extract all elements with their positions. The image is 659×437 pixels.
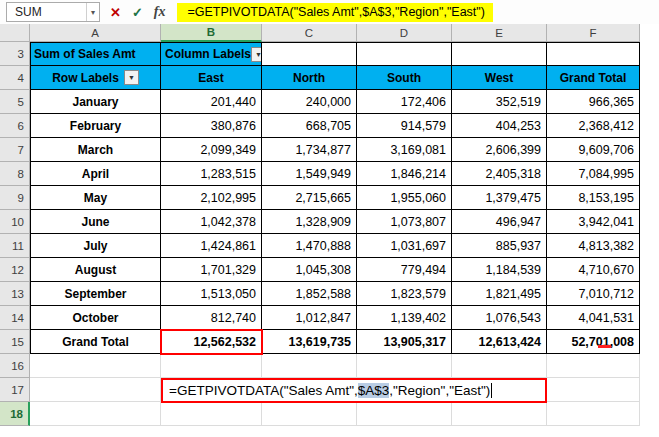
data-cell[interactable]: 1,283,515: [161, 162, 262, 186]
data-cell[interactable]: 1,424,861: [161, 234, 262, 258]
pivot-title-cell[interactable]: Sum of Sales Amt: [30, 42, 161, 66]
data-cell[interactable]: 1,852,588: [262, 282, 357, 306]
row-label-cell[interactable]: July: [30, 234, 161, 258]
data-cell[interactable]: 1,470,888: [262, 234, 357, 258]
data-cell[interactable]: 7,084,995: [547, 162, 640, 186]
data-cell[interactable]: 8,153,195: [547, 186, 640, 210]
data-cell[interactable]: 885,937: [452, 234, 547, 258]
row-label-cell[interactable]: February: [30, 114, 161, 138]
data-cell[interactable]: 1,328,909: [262, 210, 357, 234]
row-label-cell[interactable]: May: [30, 186, 161, 210]
grand-total-cell[interactable]: 52,701,008: [547, 330, 640, 354]
row-labels-filter-icon[interactable]: ▼: [124, 70, 139, 85]
data-cell[interactable]: 380,876: [161, 114, 262, 138]
data-cell[interactable]: 1,846,214: [357, 162, 452, 186]
pivot-column-header-cell[interactable]: West: [452, 66, 547, 90]
empty-cell[interactable]: [547, 354, 640, 378]
row-header-8[interactable]: 8: [0, 162, 30, 186]
row-label-cell[interactable]: June: [30, 210, 161, 234]
data-cell[interactable]: 1,955,060: [357, 186, 452, 210]
data-cell[interactable]: 812,740: [161, 306, 262, 330]
data-cell[interactable]: 1,139,402: [357, 306, 452, 330]
data-cell[interactable]: 2,606,399: [452, 138, 547, 162]
data-cell[interactable]: 7,010,712: [547, 282, 640, 306]
row-header-12[interactable]: 12: [0, 258, 30, 282]
row-label-cell[interactable]: August: [30, 258, 161, 282]
empty-cell[interactable]: [452, 402, 547, 426]
active-cell-formula[interactable]: =GETPIVOTDATA("Sales Amt",$A$3,"Region",…: [161, 378, 547, 403]
data-cell[interactable]: 2,405,318: [452, 162, 547, 186]
empty-cell[interactable]: [161, 402, 262, 426]
data-cell[interactable]: 496,947: [452, 210, 547, 234]
row-header-5[interactable]: 5: [0, 90, 30, 114]
column-header-F[interactable]: F: [547, 24, 640, 42]
data-cell[interactable]: 201,440: [161, 90, 262, 114]
column-labels-filter-icon[interactable]: ▼: [251, 47, 262, 62]
row-label-cell[interactable]: September: [30, 282, 161, 306]
grand-total-cell[interactable]: 13,905,317: [357, 330, 452, 354]
row-header-6[interactable]: 6: [0, 114, 30, 138]
data-cell[interactable]: 1,184,539: [452, 258, 547, 282]
row-label-cell[interactable]: January: [30, 90, 161, 114]
empty-table-cell[interactable]: [452, 42, 547, 66]
row-header-10[interactable]: 10: [0, 210, 30, 234]
row-header-4[interactable]: 4: [0, 66, 30, 90]
empty-table-cell[interactable]: [262, 42, 357, 66]
row-header-3[interactable]: 3: [0, 42, 30, 66]
data-cell[interactable]: 1,045,308: [262, 258, 357, 282]
pivot-column-header-cell[interactable]: North: [262, 66, 357, 90]
data-cell[interactable]: 4,710,670: [547, 258, 640, 282]
data-cell[interactable]: 1,513,050: [161, 282, 262, 306]
data-cell[interactable]: 2,368,412: [547, 114, 640, 138]
data-cell[interactable]: 779,494: [357, 258, 452, 282]
data-cell[interactable]: 3,942,041: [547, 210, 640, 234]
data-cell[interactable]: 1,076,543: [452, 306, 547, 330]
empty-cell[interactable]: [357, 402, 452, 426]
data-cell[interactable]: 172,406: [357, 90, 452, 114]
empty-table-cell[interactable]: [547, 42, 640, 66]
data-cell[interactable]: 9,609,706: [547, 138, 640, 162]
data-cell[interactable]: 2,099,349: [161, 138, 262, 162]
enter-icon[interactable]: ✓: [132, 5, 143, 20]
data-cell[interactable]: 2,102,995: [161, 186, 262, 210]
column-header-B[interactable]: B: [161, 24, 262, 42]
data-cell[interactable]: 1,701,329: [161, 258, 262, 282]
row-header-15[interactable]: 15: [0, 330, 30, 354]
empty-cell[interactable]: [161, 354, 262, 378]
grand-total-label-cell[interactable]: Grand Total: [30, 330, 161, 354]
data-cell[interactable]: 352,519: [452, 90, 547, 114]
pivot-result-cell[interactable]: 12,562,532: [161, 330, 262, 354]
pivot-column-header-cell[interactable]: South: [357, 66, 452, 90]
data-cell[interactable]: 1,734,877: [262, 138, 357, 162]
cancel-icon[interactable]: ✕: [110, 5, 121, 20]
grand-total-cell[interactable]: 12,613,424: [452, 330, 547, 354]
empty-cell[interactable]: [547, 378, 640, 402]
column-labels-cell[interactable]: Column Labels▼: [161, 42, 262, 66]
row-header-11[interactable]: 11: [0, 234, 30, 258]
row-header-9[interactable]: 9: [0, 186, 30, 210]
row-label-cell[interactable]: March: [30, 138, 161, 162]
row-header-7[interactable]: 7: [0, 138, 30, 162]
column-header-C[interactable]: C: [262, 24, 357, 42]
row-header-16[interactable]: 16: [0, 354, 30, 378]
empty-cell[interactable]: [30, 378, 161, 402]
data-cell[interactable]: 1,821,495: [452, 282, 547, 306]
data-cell[interactable]: 668,705: [262, 114, 357, 138]
pivot-column-header-cell[interactable]: East: [161, 66, 262, 90]
insert-function-fx-icon[interactable]: fx: [154, 4, 166, 20]
empty-cell[interactable]: [30, 354, 161, 378]
select-all-corner[interactable]: [0, 24, 30, 42]
data-cell[interactable]: 1,012,847: [262, 306, 357, 330]
grand-total-cell[interactable]: 13,619,735: [262, 330, 357, 354]
row-header-18[interactable]: 18: [0, 402, 30, 426]
row-label-cell[interactable]: April: [30, 162, 161, 186]
row-header-14[interactable]: 14: [0, 306, 30, 330]
name-box[interactable]: SUM ▾: [6, 2, 100, 22]
data-cell[interactable]: 914,579: [357, 114, 452, 138]
column-header-A[interactable]: A: [30, 24, 161, 42]
formula-input[interactable]: =GETPIVOTDATA("Sales Amt",$A$3,"Region",…: [177, 5, 659, 19]
data-cell[interactable]: 1,073,807: [357, 210, 452, 234]
data-cell[interactable]: 1,823,579: [357, 282, 452, 306]
empty-cell[interactable]: [30, 402, 161, 426]
data-cell[interactable]: 966,365: [547, 90, 640, 114]
